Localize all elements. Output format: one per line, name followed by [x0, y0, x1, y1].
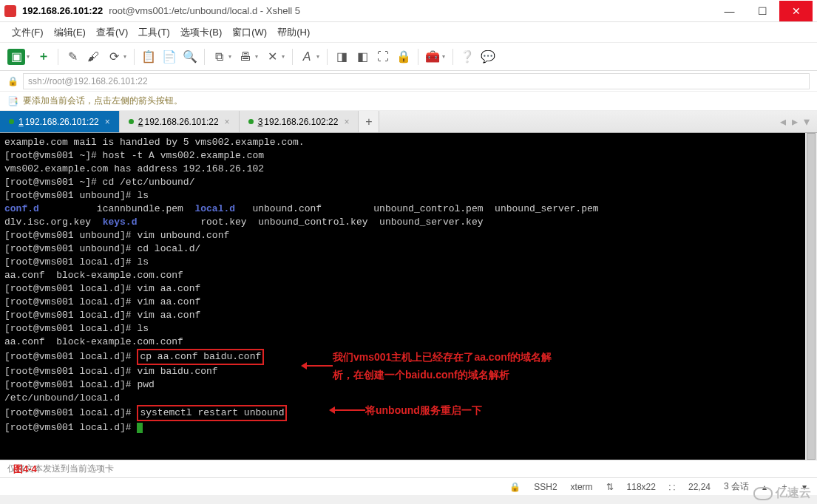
annotation-text-2: 将unbound服务重启一下	[365, 403, 482, 417]
menu-edit[interactable]: 编辑(E)	[54, 26, 86, 39]
minimize-button[interactable]: —	[713, 1, 746, 21]
toolbox-icon[interactable]: 🧰	[424, 49, 441, 65]
tab-close-icon[interactable]: ×	[225, 117, 230, 127]
app-window: 192.168.26.101:22 root@vms001:/etc/unbou…	[0, 0, 817, 495]
dropdown-icon[interactable]: ▾	[123, 53, 126, 60]
terminal-line: [root@vms001 local.d]# ls	[4, 322, 813, 336]
dir-name: local.d	[194, 203, 235, 214]
copy-icon[interactable]: 📋	[140, 49, 157, 65]
dir-name: keys.d	[103, 217, 138, 228]
status-lock-icon: 🔒	[509, 482, 521, 492]
expand-icon[interactable]: ⛶	[375, 49, 391, 65]
arrow-icon	[303, 365, 333, 367]
separator	[292, 49, 293, 65]
terminal-line: [root@vms001 local.d]# ls	[4, 256, 813, 269]
menu-view[interactable]: 查看(V)	[96, 26, 128, 39]
status-connection: SSH2	[534, 482, 557, 492]
terminal-line: conf.d icannbundle.pem local.d unbound.c…	[4, 202, 813, 216]
tab-label: 192.168.26.101:22	[145, 117, 219, 127]
tab-close-icon[interactable]: ×	[344, 117, 349, 127]
scrollbar-thumb[interactable]	[807, 133, 816, 460]
right-pane-icon[interactable]: ◧	[354, 49, 370, 65]
terminal-line: [root@vms001 local.d]# vim aa.conf	[4, 309, 813, 322]
annotation-text-1: 我们vms001主机上已经存在了aa.conf的域名解 析，在创建一个baidu…	[333, 350, 552, 381]
highlighted-command: systemctl restart unbound	[137, 405, 287, 421]
terminal-line: [root@vms001 unbound]# ls	[4, 189, 813, 202]
maximize-button[interactable]: ☐	[746, 1, 779, 21]
footer-tip-bar: 图4-4 仅将文本发送到当前选项卡	[0, 460, 817, 477]
add-button[interactable]: ＋	[35, 49, 52, 65]
scrollbar[interactable]	[805, 133, 817, 460]
tab-next-icon[interactable]: ▸	[792, 115, 798, 129]
terminal-line: vms002.example.com has address 192.168.2…	[4, 163, 813, 176]
refresh-icon[interactable]: ⟳	[106, 49, 122, 65]
dropdown-icon[interactable]: ▾	[442, 53, 445, 60]
tab-prev-icon[interactable]: ◂	[780, 115, 786, 129]
font-icon[interactable]: A	[299, 49, 315, 65]
properties-icon[interactable]: ⧉	[211, 49, 227, 65]
menu-file[interactable]: 文件(F)	[12, 26, 44, 39]
titlebar: 192.168.26.101:22 root@vms001:/etc/unbou…	[0, 0, 817, 22]
separator	[327, 49, 328, 65]
bookmark-icon[interactable]: 📑	[7, 96, 18, 106]
new-session-button[interactable]: ▣	[7, 49, 25, 65]
annotation-arrow-1: 我们vms001主机上已经存在了aa.conf的域名解 析，在创建一个baidu…	[303, 350, 552, 381]
dropdown-icon[interactable]: ▾	[27, 53, 30, 60]
help-icon[interactable]: ❔	[459, 49, 475, 65]
status-dot-icon	[9, 119, 14, 124]
session-tab-2[interactable]: 2 192.168.26.101:22 ×	[120, 111, 240, 132]
status-size: 118x22	[627, 482, 656, 492]
menu-help[interactable]: 帮助(H)	[277, 26, 310, 39]
menu-tab[interactable]: 选项卡(B)	[180, 26, 222, 39]
chat-icon[interactable]: 💬	[480, 49, 496, 65]
edit-icon[interactable]: ✎	[64, 49, 81, 65]
tab-menu-icon[interactable]: ▾	[804, 115, 810, 129]
tab-close-icon[interactable]: ×	[105, 117, 110, 127]
cursor-icon	[137, 423, 143, 433]
status-position: 22,24	[688, 482, 711, 492]
new-tab-button[interactable]: +	[359, 111, 379, 132]
tab-number: 1	[18, 117, 24, 127]
watermark-text: 亿速云	[776, 486, 811, 501]
session-tab-3[interactable]: 3 192.168.26.102:22 ×	[240, 111, 359, 132]
dropdown-icon[interactable]: ▾	[255, 53, 258, 60]
terminal-line: aa.conf block-example.com.conf	[4, 336, 813, 349]
brush-icon[interactable]: 🖌	[85, 49, 101, 65]
terminal-line: example.com mail is handled by 5 vms002.…	[4, 136, 813, 149]
terminal-line: [root@vms001 unbound]# vim unbound.conf	[4, 229, 813, 242]
menu-tools[interactable]: 工具(T)	[138, 26, 170, 39]
lock-small-icon: 🔒	[7, 76, 18, 86]
dropdown-icon[interactable]: ▾	[282, 53, 285, 60]
terminal-line: [root@vms001 unbound]# cd local.d/	[4, 242, 813, 256]
watermark: 亿速云	[753, 486, 811, 501]
status-dot-icon	[248, 119, 254, 124]
close-button[interactable]: ✕	[779, 1, 813, 21]
clear-icon[interactable]: ✕	[264, 49, 280, 65]
left-pane-icon[interactable]: ◨	[333, 49, 350, 65]
menu-window[interactable]: 窗口(W)	[232, 26, 267, 39]
statusbar: 🔒 SSH2 xterm ⇅ 118x22 ⸬ 22,24 3 会话 ▴ ＋ ▾	[0, 477, 817, 495]
paste-icon[interactable]: 📄	[161, 49, 177, 65]
terminal[interactable]: example.com mail is handled by 5 vms002.…	[0, 133, 817, 460]
dropdown-icon[interactable]: ▾	[316, 53, 319, 60]
status-dot-icon	[129, 119, 134, 124]
status-pos-icon: ⸬	[669, 482, 675, 492]
session-tabbar: 1 192.168.26.101:22 × 2 192.168.26.101:2…	[0, 111, 817, 133]
separator	[58, 49, 58, 65]
addressbar: 🔒	[0, 71, 817, 92]
tip-text: 要添加当前会话，点击左侧的箭头按钮。	[23, 95, 183, 107]
lock-icon[interactable]: 🔒	[396, 49, 412, 65]
dropdown-icon[interactable]: ▾	[228, 53, 231, 60]
separator	[204, 49, 205, 65]
dir-name: conf.d	[4, 203, 39, 214]
menubar: 文件(F) 编辑(E) 查看(V) 工具(T) 选项卡(B) 窗口(W) 帮助(…	[0, 22, 817, 43]
print-icon[interactable]: 🖶	[237, 49, 254, 65]
toolbar: ▣ ▾ ＋ ✎ 🖌 ⟳ ▾ 📋 📄 🔍 ⧉ ▾ 🖶 ▾ ✕ ▾ A ▾ ◨ ◧ …	[0, 43, 817, 71]
session-tab-1[interactable]: 1 192.168.26.101:22 ×	[0, 111, 120, 132]
terminal-line: [root@vms001 ~]# cd /etc/unbound/	[4, 176, 813, 189]
arrow-icon	[331, 409, 365, 411]
separator	[452, 49, 453, 65]
terminal-line: aa.conf block-example.com.conf	[4, 269, 813, 282]
address-input[interactable]	[23, 73, 810, 89]
search-icon[interactable]: 🔍	[182, 49, 198, 65]
